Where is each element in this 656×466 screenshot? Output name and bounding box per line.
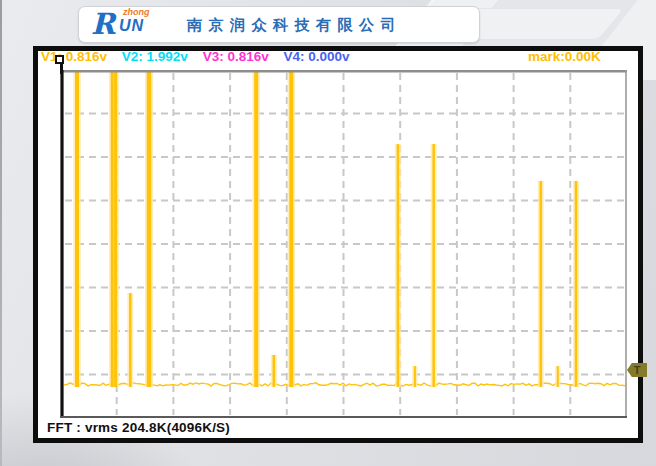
scope-display-frame: V1: 0.816v V2: 1.992v V3: 0.816v V4: 0.0… (33, 46, 643, 443)
fft-mode-label: FFT : vrms 204.8K(4096K/S) (47, 420, 230, 435)
logo-un-glyph: UN (119, 17, 144, 35)
trigger-position-marker[interactable] (55, 55, 64, 64)
company-name: 南京润众科技有限公司 (187, 16, 402, 35)
run-logo: R UN zhong (91, 8, 181, 41)
channel-v4-readout: V4: 0.000v (283, 49, 349, 64)
channel-v2-readout: V2: 1.992v (122, 49, 188, 64)
logo-r-glyph: R (91, 7, 115, 41)
logo-zhong-glyph: zhong (123, 7, 150, 17)
channel-v3-readout: V3: 0.816v (203, 49, 269, 64)
trigger-level-tag[interactable]: T (627, 363, 647, 377)
status-bar: V1: 0.816v V2: 1.992v V3: 0.816v V4: 0.0… (41, 49, 361, 64)
brand-banner: R UN zhong 南京润众科技有限公司 (78, 6, 480, 43)
channel-v1-readout: V1: 0.816v (41, 49, 107, 64)
mark-readout: mark:0.00K (528, 49, 601, 64)
trigger-position-marker-tail (60, 64, 63, 74)
device-screen: R UN zhong 南京润众科技有限公司 V1: 0.816v V2: 1.9… (0, 0, 656, 466)
fft-spectrum-plot (60, 70, 627, 418)
